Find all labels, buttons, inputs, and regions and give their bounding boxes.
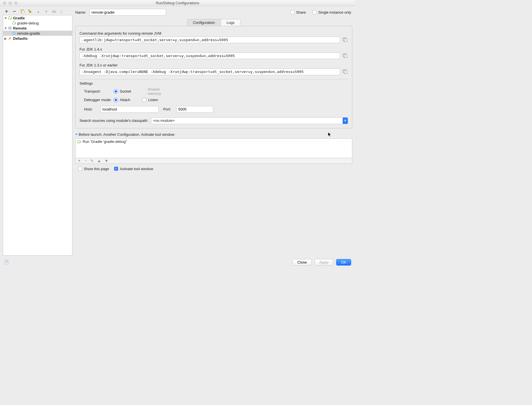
svg-point-6 — [12, 22, 15, 24]
search-sources-label: Search sources using module's classpath: — [79, 118, 148, 123]
close-button[interactable]: Close — [292, 259, 311, 266]
sidebar-toolbar: ▲ ▼ az — [3, 8, 72, 15]
ok-button[interactable]: OK — [336, 259, 351, 266]
chevron-down-icon[interactable]: ▼ — [4, 16, 7, 19]
svg-rect-14 — [344, 55, 347, 58]
before-launch-list[interactable]: Run 'Gradle 'gradle-debug'' — [75, 138, 352, 158]
jdk14-input[interactable]: -Xdebug -Xrunjdwp:transport=dt_socket,se… — [79, 53, 340, 59]
svg-point-17 — [78, 140, 80, 143]
show-this-page-checkbox[interactable]: Show this page — [78, 167, 109, 171]
remote-icon — [8, 26, 12, 30]
tree-node-defaults[interactable]: ▶ Defaults — [3, 36, 72, 41]
remove-icon[interactable] — [12, 9, 17, 14]
transport-label: Transport: — [84, 89, 114, 93]
jdk13-label: For JDK 1.3.x or earlier — [79, 63, 348, 67]
activate-tool-window-checkbox[interactable]: ✓Activate tool window — [114, 167, 153, 171]
svg-rect-10 — [13, 34, 14, 35]
host-input[interactable] — [100, 106, 159, 113]
svg-rect-8 — [9, 29, 11, 30]
zoom-window-icon[interactable] — [14, 1, 18, 5]
gradle-icon — [77, 139, 81, 144]
configuration-panel: Command line arguments for running remot… — [75, 26, 352, 128]
minimize-window-icon[interactable] — [9, 1, 12, 5]
svg-text:a: a — [62, 10, 63, 11]
cmdline-input[interactable]: -agentlib:jdwp=transport=dt_socket,serve… — [79, 37, 340, 43]
chevron-right-icon[interactable]: ▶ — [4, 37, 7, 40]
window-title: Run/Debug Configurations — [0, 1, 355, 5]
svg-point-2 — [28, 10, 30, 11]
host-label: Host: — [84, 107, 98, 111]
tab-logs[interactable]: Logs — [221, 19, 240, 26]
share-checkbox[interactable]: Share — [290, 10, 306, 14]
move-down-icon: ▼ — [104, 158, 108, 163]
save-config-icon[interactable] — [28, 9, 33, 14]
single-instance-checkbox[interactable]: Single instance only — [313, 10, 351, 14]
tree-node-remote[interactable]: ▼ Remote — [3, 26, 72, 31]
debugger-attach-radio[interactable]: Attach — [114, 98, 142, 102]
move-up-icon: ▲ — [36, 9, 41, 14]
copy-icon[interactable] — [343, 53, 348, 59]
config-tree[interactable]: ▼ Gradle gradle-debug ▼ Remote remote-gr… — [3, 15, 72, 256]
name-input[interactable] — [89, 9, 166, 16]
cmdline-label: Command line arguments for running remot… — [79, 31, 348, 36]
edit-icon: ✎ — [90, 158, 94, 163]
gradle-icon — [12, 21, 16, 25]
add-icon[interactable] — [4, 9, 9, 14]
jdk14-label: For JDK 1.4.x — [79, 47, 348, 51]
tab-bar: Configuration Logs — [187, 19, 241, 26]
list-item[interactable]: Run 'Gradle 'gradle-debug'' — [77, 139, 351, 144]
debugger-listen-radio[interactable]: Listen — [142, 98, 170, 102]
svg-rect-1 — [22, 11, 24, 13]
help-icon[interactable]: ? — [4, 260, 9, 265]
before-launch-toolbar: ＋ − ✎ ▲ ▼ — [75, 158, 352, 164]
port-input[interactable] — [176, 106, 213, 113]
svg-rect-9 — [12, 32, 15, 34]
before-launch-header[interactable]: Before launch: Another Configuration, Ac… — [75, 132, 352, 137]
sort-icon: az — [60, 9, 65, 14]
remote-icon — [12, 31, 16, 36]
transport-shared-radio: Shared memory — [142, 87, 170, 96]
jdk13-input[interactable]: -Xnoagent -Djava.compiler=NONE -Xdebug -… — [79, 68, 340, 75]
move-down-icon: ▼ — [44, 9, 49, 14]
folder-icon — [52, 9, 57, 14]
transport-socket-radio[interactable]: Socket — [114, 89, 142, 94]
chevron-down-icon — [75, 134, 78, 135]
add-icon[interactable]: ＋ — [77, 158, 81, 163]
window-controls — [3, 1, 18, 5]
move-up-icon: ▲ — [97, 158, 101, 163]
chevron-down-icon[interactable]: ▼ — [4, 27, 7, 30]
svg-rect-16 — [344, 70, 347, 74]
svg-point-5 — [9, 16, 11, 19]
gradle-icon — [8, 16, 12, 20]
titlebar: Run/Debug Configurations — [0, 0, 355, 6]
tree-item-remote-gradle[interactable]: remote-gradle — [3, 31, 72, 36]
tree-item-gradle-debug[interactable]: gradle-debug — [3, 20, 72, 26]
settings-heading: Settings — [79, 79, 348, 85]
svg-rect-12 — [344, 39, 347, 42]
updown-icon — [343, 118, 348, 124]
remove-icon: − — [85, 158, 87, 163]
apply-button: Apply — [315, 259, 334, 266]
svg-rect-7 — [9, 27, 11, 29]
tab-configuration[interactable]: Configuration — [187, 19, 221, 26]
port-label: Port: — [163, 107, 173, 111]
tree-node-gradle[interactable]: ▼ Gradle — [3, 15, 72, 20]
module-classpath-select[interactable]: <no module> — [151, 117, 348, 124]
name-label: Name: — [75, 10, 86, 14]
wrench-icon — [8, 36, 12, 41]
copy-icon[interactable] — [343, 37, 348, 43]
copy-icon[interactable] — [20, 9, 25, 14]
copy-icon[interactable] — [343, 69, 348, 74]
dialog-footer: ? Close Apply OK — [0, 256, 355, 269]
svg-text:z: z — [62, 12, 63, 13]
close-window-icon[interactable] — [3, 1, 6, 5]
debugger-mode-label: Debugger mode: — [84, 98, 114, 102]
